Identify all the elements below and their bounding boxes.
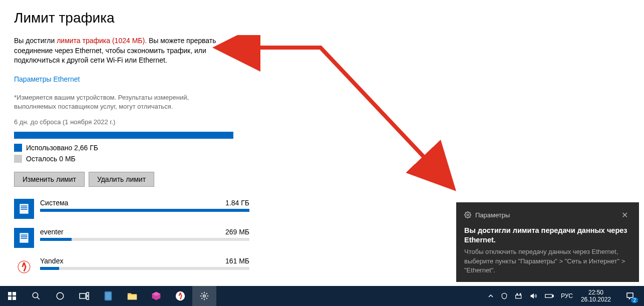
delete-limit-button[interactable]: Удалить лимит [89, 172, 154, 187]
page-title: Лимит трафика [14, 10, 630, 26]
taskbar-yandex[interactable] [168, 286, 192, 306]
svg-rect-25 [516, 295, 521, 298]
svg-rect-11 [13, 292, 16, 295]
network-icon[interactable] [515, 292, 523, 299]
system-app-icon [14, 228, 34, 248]
app-usage-value: 269 МБ [225, 228, 249, 236]
taskbar: РУС 22:50 26.10.2022 2 [0, 286, 644, 306]
chevron-up-icon[interactable] [488, 293, 494, 299]
svg-rect-3 [21, 209, 28, 210]
gear-icon [200, 291, 209, 300]
ethernet-settings-link[interactable]: Параметры Ethernet [14, 75, 80, 83]
app-usage-bar [40, 267, 249, 270]
svg-rect-27 [520, 293, 521, 295]
reset-countdown: 6 дн. до сброса (1 ноября 2022 г.) [14, 118, 630, 126]
svg-point-24 [203, 295, 206, 297]
change-limit-button[interactable]: Изменить лимит [14, 172, 85, 187]
limit-reached-text: лимита трафика (1024 МБ). [57, 37, 147, 45]
notification-source: Параметры [475, 211, 510, 219]
taskbar-explorer[interactable] [120, 286, 144, 306]
notification-title: Вы достигли лимита передачи данных через… [464, 226, 631, 245]
taskbar-clock[interactable]: 22:50 26.10.2022 [578, 289, 614, 303]
app-name: Система [40, 199, 68, 207]
measurement-note: *Измеряется вашим устройством. Результат… [14, 93, 229, 111]
app-usage-value: 1.84 ГБ [225, 199, 249, 207]
yandex-app-icon [14, 257, 34, 277]
windows-icon [8, 292, 16, 300]
gear-icon [464, 211, 471, 218]
task-view-icon [79, 292, 89, 300]
remaining-legend: Осталось 0 МБ [14, 155, 630, 163]
svg-point-9 [467, 214, 469, 216]
svg-rect-12 [8, 296, 12, 300]
yandex-icon [175, 291, 185, 301]
search-button[interactable] [24, 286, 48, 306]
cortana-icon [56, 291, 65, 300]
svg-point-14 [33, 292, 38, 298]
system-app-icon [14, 199, 34, 219]
search-icon [32, 291, 41, 300]
svg-point-16 [57, 292, 64, 299]
remaining-color-swatch [14, 155, 22, 163]
svg-rect-21 [106, 292, 111, 300]
notification-toast[interactable]: Параметры ✕ Вы достигли лимита передачи … [456, 202, 639, 282]
action-center-button[interactable]: 2 [619, 286, 641, 306]
svg-rect-22 [128, 295, 137, 299]
svg-line-15 [37, 297, 40, 299]
svg-rect-13 [13, 296, 16, 300]
close-icon[interactable]: ✕ [618, 209, 631, 221]
svg-rect-10 [8, 292, 12, 295]
notification-body: Чтобы отключить передачу данных через Et… [464, 247, 631, 275]
usage-progress-bar [14, 132, 233, 139]
svg-rect-2 [21, 207, 28, 208]
svg-rect-7 [21, 238, 28, 239]
svg-rect-19 [87, 296, 89, 299]
app-usage-bar [40, 238, 249, 241]
notebook-icon [103, 290, 114, 301]
svg-rect-6 [21, 236, 28, 237]
used-legend: Использовано 2,66 ГБ [14, 144, 630, 152]
svg-rect-1 [21, 206, 28, 207]
app-usage-row[interactable]: Yandex161 МБ [14, 257, 249, 277]
app-name: eventer [40, 228, 64, 236]
start-button[interactable] [0, 286, 24, 306]
app-usage-bar [40, 209, 249, 212]
language-indicator[interactable]: РУС [561, 292, 573, 299]
taskbar-app-2[interactable] [144, 286, 168, 306]
svg-rect-17 [80, 293, 86, 298]
cortana-button[interactable] [48, 286, 72, 306]
used-color-swatch [14, 144, 22, 152]
taskbar-app-1[interactable] [96, 286, 120, 306]
svg-rect-5 [21, 235, 28, 236]
battery-icon[interactable] [545, 293, 554, 299]
svg-rect-28 [545, 294, 552, 298]
folder-icon [127, 291, 138, 301]
svg-rect-18 [87, 292, 89, 295]
task-view-button[interactable] [72, 286, 96, 306]
volume-icon[interactable] [530, 292, 538, 299]
security-icon[interactable] [501, 292, 508, 299]
app-usage-row[interactable]: eventer269 МБ [14, 228, 249, 248]
app-usage-row[interactable]: Система1.84 ГБ [14, 199, 249, 219]
svg-rect-29 [552, 295, 553, 296]
limit-description: Вы достигли лимита трафика (1024 МБ). Вы… [14, 36, 229, 66]
app-usage-value: 161 МБ [225, 257, 249, 265]
app-usage-list: Система1.84 ГБeventer269 МБYandex161 МБ [14, 199, 249, 277]
svg-rect-26 [517, 293, 518, 295]
box-icon [151, 291, 161, 301]
notification-badge: 2 [631, 297, 638, 303]
taskbar-settings[interactable] [192, 286, 216, 306]
app-name: Yandex [40, 257, 63, 265]
